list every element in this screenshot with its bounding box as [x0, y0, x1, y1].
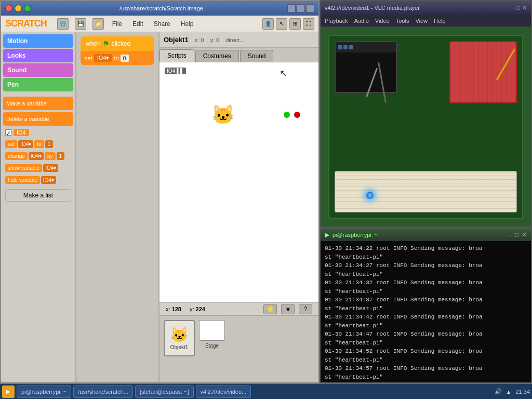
tabs-row: Scripts Costumes Sound	[159, 48, 318, 62]
show-var-dropdown[interactable]: IO4▾	[43, 164, 58, 172]
vlc-menu-video[interactable]: Video	[375, 18, 390, 24]
terminal-window: ▶ pi@raspberrypi: ~ ─ □ ✕ 01-30 21:34:22…	[320, 228, 532, 383]
vlc-menu-audio[interactable]: Audio	[354, 18, 369, 24]
set-label: set	[5, 140, 17, 148]
script-container: when ⚑ clicked set IO4▾ to 0	[76, 32, 158, 69]
variable-io4-item: ✓ IO4	[5, 129, 71, 136]
terminal-minimize[interactable]: ─	[507, 231, 512, 238]
start-button[interactable]: ▶	[2, 385, 15, 398]
tab-costumes[interactable]: Costumes	[195, 50, 239, 62]
globe-icon[interactable]: 🌐	[57, 18, 69, 30]
stop-button[interactable]	[294, 112, 300, 118]
help-icon[interactable]: ?	[299, 304, 312, 314]
star-empty-icon[interactable]: ★	[281, 304, 295, 314]
term-line-4: 01-30 21:34:32 root INFO Sending message…	[325, 278, 527, 287]
vlc-minimize[interactable]: ─	[511, 5, 515, 11]
arrow-icon[interactable]: ↖	[276, 18, 287, 30]
menu-share[interactable]: Share	[152, 19, 172, 29]
term-line-12: 01-30 21:34:52 root INFO Sending message…	[325, 347, 527, 356]
term-line-5: st "heartbeat-pi"	[325, 287, 527, 296]
category-motion[interactable]: Motion	[3, 34, 73, 48]
vlc-title: v4l2:///dev/video1 - VLC media player	[325, 5, 420, 11]
sprite-header: Objekt1 x: 0 y: 0 direct...	[159, 32, 318, 48]
taskbar-item-espass[interactable]: [stefan@espass: ~]	[135, 385, 194, 398]
hide-variable-label: hide variable	[5, 176, 40, 184]
term-line-13: st "heartbeat-pi"	[325, 356, 527, 365]
variable-checkbox[interactable]: ✓	[5, 129, 11, 136]
make-list-button[interactable]: Make a list	[5, 189, 71, 202]
term-line-10: 01-30 21:34:47 root INFO Sending message…	[325, 330, 527, 339]
to-label: to	[34, 140, 44, 148]
category-looks[interactable]: Looks	[3, 49, 73, 62]
menu-help[interactable]: Help	[179, 19, 196, 29]
change-value[interactable]: 1	[57, 152, 65, 160]
vlc-window: v4l2:///dev/video1 - VLC media player ─ …	[320, 0, 532, 228]
category-pen[interactable]: Pen	[3, 78, 73, 91]
vlc-maximize[interactable]: □	[516, 5, 520, 11]
save-icon[interactable]: 💾	[75, 18, 86, 30]
terminal-content[interactable]: 01-30 21:34:22 root INFO Sending message…	[321, 241, 531, 382]
set-script-value[interactable]: 0	[121, 55, 129, 62]
delete-variable-button[interactable]: Delete a variable	[3, 112, 73, 126]
cursor-icon: ↖	[280, 68, 287, 79]
titlebar-btn-3[interactable]	[306, 4, 314, 12]
term-line-2: 01-30 21:34:27 root INFO Sending message…	[325, 261, 527, 270]
sprite-thumb-objekt1[interactable]: 🐱 Objekt1	[164, 320, 195, 356]
maximize-button[interactable]	[24, 5, 31, 12]
fullscreen-icon[interactable]: ⛶	[303, 18, 314, 30]
taskbar-item-pi[interactable]: pi@raspberrypi: ~	[17, 385, 71, 398]
terminal-maximize[interactable]: □	[515, 231, 518, 238]
vlc-close[interactable]: ✕	[522, 5, 527, 11]
menu-edit[interactable]: Edit	[130, 19, 145, 29]
stage-thumbnail	[199, 320, 225, 341]
stage-area[interactable]: IO4 ▌▌ ↖ 🐱	[159, 62, 318, 302]
hide-variable-row: hide variable IO4▾	[5, 176, 71, 184]
vlc-menu-tools[interactable]: Tools	[396, 18, 409, 24]
category-sound[interactable]: Sound	[3, 63, 73, 77]
set-script-label: set	[85, 55, 92, 61]
titlebar-btn-2[interactable]	[297, 4, 305, 12]
direction-label: direct...	[225, 37, 244, 43]
star-filled-icon[interactable]: ⭐	[263, 304, 277, 314]
terminal-close[interactable]: ✕	[522, 231, 527, 238]
network-icon: ▲	[506, 389, 512, 395]
make-variable-button[interactable]: Make a variable	[3, 97, 73, 110]
minimize-button[interactable]	[15, 5, 22, 12]
terminal-icon: ▶	[325, 231, 329, 238]
coord-y: y: 0	[210, 37, 219, 43]
taskbar-item-scratch[interactable]: /usr/share/scratch...	[73, 385, 133, 398]
vlc-menu-view[interactable]: View	[415, 18, 428, 24]
resize-icon[interactable]: ⊞	[289, 18, 301, 30]
titlebar-btn-1[interactable]	[287, 4, 296, 12]
scratch-window: /usr/share/scratch/Scratch.image SCRATCH…	[0, 0, 320, 383]
by-label: by	[45, 152, 56, 160]
green-flag-button[interactable]	[284, 112, 290, 118]
show-variable-label: show variable	[5, 164, 42, 172]
taskbar-item-vlc[interactable]: v4l2:///dev/video...	[196, 385, 251, 398]
set-script-dropdown[interactable]: IO4▾	[94, 54, 113, 62]
folder-icon[interactable]: 📁	[92, 18, 104, 30]
change-var-dropdown[interactable]: IO4▾	[29, 152, 44, 160]
taskbar-right: 🔊 ▲ 21:34	[495, 388, 530, 395]
stage-thumbnail-item[interactable]: Stage	[199, 320, 225, 349]
hide-var-dropdown[interactable]: IO4▾	[41, 176, 56, 184]
set-var-dropdown[interactable]: IO4▾	[18, 140, 33, 148]
scratch-menubar: SCRATCH 🌐 💾 📁 File Edit Share Help 👤 ↖ ⊞…	[1, 16, 318, 32]
coords-actions: ⭐ ★ ?	[263, 304, 312, 314]
account-icon[interactable]: 👤	[262, 18, 274, 30]
close-button[interactable]	[5, 5, 12, 12]
sprite-cat[interactable]: 🐱	[211, 104, 243, 132]
vlc-menu-help[interactable]: Help	[434, 18, 446, 24]
term-line-6: 01-30 21:34:37 root INFO Sending message…	[325, 296, 527, 304]
set-value[interactable]: 0	[45, 140, 54, 148]
blocks-list: Make a variable Delete a variable ✓ IO4 …	[1, 95, 75, 206]
scripts-area[interactable]: when ⚑ clicked set IO4▾ to 0	[76, 32, 159, 382]
terminal-controls: ─ □ ✕	[507, 231, 527, 238]
vlc-menu-playback[interactable]: Playback	[325, 18, 348, 24]
tab-sound[interactable]: Sound	[240, 50, 274, 62]
set-script-block[interactable]: set IO4▾ to 0	[81, 51, 154, 65]
event-block[interactable]: when ⚑ clicked	[81, 36, 154, 51]
tab-scripts[interactable]: Scripts	[159, 49, 194, 62]
taskbar: ▶ pi@raspberrypi: ~ /usr/share/scratch..…	[0, 383, 532, 399]
menu-file[interactable]: File	[110, 19, 124, 29]
